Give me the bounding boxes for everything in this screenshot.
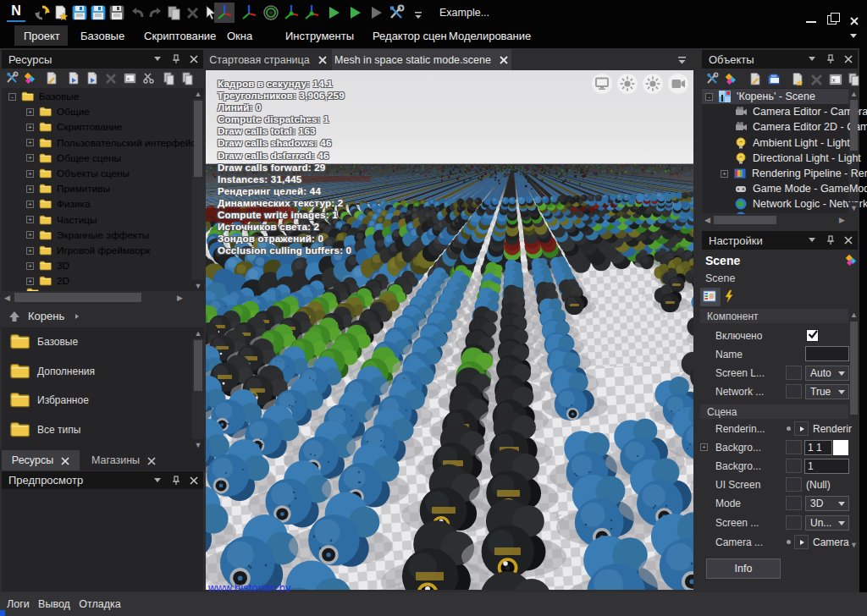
svg-text:x: x: [832, 77, 836, 83]
svg-text:x: x: [127, 76, 130, 81]
